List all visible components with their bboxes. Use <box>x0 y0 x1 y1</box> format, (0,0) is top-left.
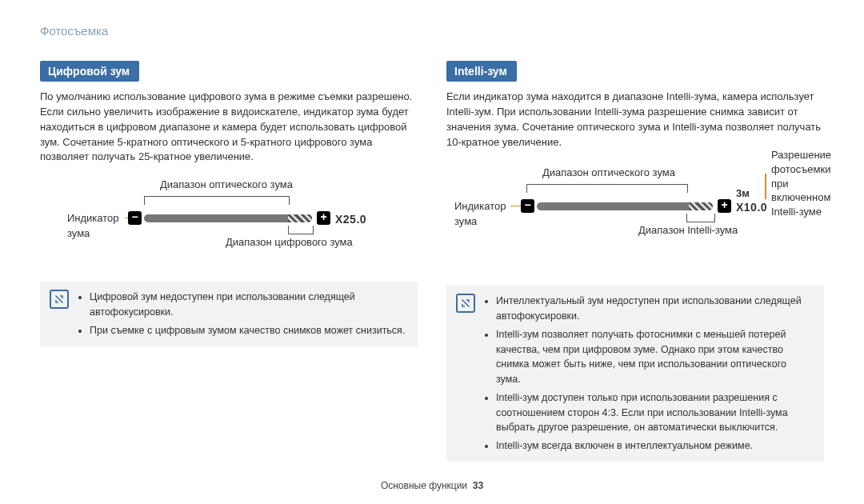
zoom-diagram-intelli: Диапазон оптического зума Индикаторзума … <box>446 166 824 278</box>
note-icon <box>50 290 69 309</box>
zoom-out-icon: − <box>128 211 142 225</box>
bracket-intelli <box>686 214 715 222</box>
note-item: Intelli-зум доступен только при использо… <box>496 390 813 435</box>
bracket-optical <box>526 184 688 193</box>
zoom-value: X10.0 <box>736 199 767 215</box>
pointer-line-resolution <box>765 174 766 199</box>
zoom-value: X25.0 <box>335 211 366 227</box>
note-item: Intelli-зум всегда включен в интеллектуа… <box>496 438 813 454</box>
manual-page: { "header": "Фотосъемка", "footer": {"se… <box>0 0 864 504</box>
footer-page: 33 <box>473 480 483 491</box>
col-digital-zoom: Цифровой зум По умолчанию использование … <box>40 61 418 462</box>
section-title-digital: Цифровой зум <box>40 61 139 82</box>
zoom-in-icon: + <box>317 211 330 225</box>
note-box-intelli: Интеллектуальный зум недоступен при испо… <box>446 286 824 462</box>
zoom-in-icon: + <box>718 199 731 213</box>
zoom-diagram-digital: Диапазон оптического зума Индикаторзума … <box>40 178 418 274</box>
resolution-value: 3м <box>736 186 750 202</box>
bracket-digital <box>288 226 314 234</box>
zoom-bar <box>537 202 713 210</box>
para-digital: По умолчанию использование цифрового зум… <box>40 90 418 165</box>
label-optical-range: Диапазон оптического зума <box>542 166 675 181</box>
label-zoom-indicator: Индикаторзума <box>454 199 506 230</box>
note-item: Цифровой зум недоступен при использовани… <box>90 290 406 320</box>
note-item: При съемке с цифровым зумом качество сни… <box>90 323 406 338</box>
label-zoom-indicator: Индикаторзума <box>67 211 119 242</box>
note-box-digital: Цифровой зум недоступен при использовани… <box>40 282 418 346</box>
label-intelli-range: Диапазон Intelli-зума <box>638 223 738 238</box>
zoom-out-icon: − <box>521 199 534 213</box>
label-optical-range: Диапазон оптического зума <box>160 178 293 193</box>
zoom-bar <box>144 214 312 222</box>
col-intelli-zoom: Intelli-зум Если индикатор зума находитс… <box>446 61 824 462</box>
para-intelli: Если индикатор зума находится в диапазон… <box>446 90 824 150</box>
label-resolution: Разрешениефотосъемки привключенном Intel… <box>771 148 831 218</box>
label-digital-range: Диапазон цифрового зума <box>226 235 353 250</box>
page-footer: Основные функции 33 <box>0 479 864 493</box>
note-item: Intelli-зум позволяет получать фотоснимк… <box>496 327 813 387</box>
note-icon <box>456 294 475 313</box>
page-header: Фотосъемка <box>40 22 824 40</box>
note-item: Интеллектуальный зум недоступен при испо… <box>496 294 813 324</box>
footer-section: Основные функции <box>381 480 467 491</box>
section-title-intelli: Intelli-зум <box>446 61 517 82</box>
bracket-optical <box>144 196 290 205</box>
columns: Цифровой зум По умолчанию использование … <box>40 61 824 462</box>
